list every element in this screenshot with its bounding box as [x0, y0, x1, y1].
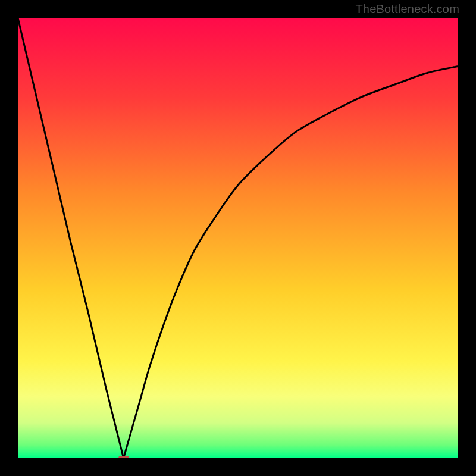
- watermark-text: TheBottleneck.com: [355, 2, 459, 16]
- plot-area: [18, 18, 458, 458]
- chart-frame: TheBottleneck.com: [0, 0, 476, 476]
- bottleneck-curve: [18, 18, 458, 458]
- minimum-marker-icon: [118, 456, 129, 458]
